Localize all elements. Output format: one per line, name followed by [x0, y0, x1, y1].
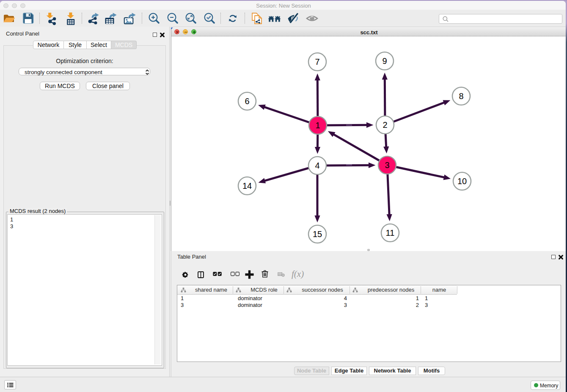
svg-text:4: 4	[315, 161, 319, 170]
svg-text:10: 10	[457, 177, 467, 186]
svg-text:2: 2	[383, 120, 387, 130]
svg-text:15: 15	[313, 229, 322, 239]
svg-text:7: 7	[315, 57, 319, 66]
svg-text:1: 1	[315, 121, 320, 130]
svg-text:9: 9	[382, 56, 387, 66]
svg-text:8: 8	[459, 91, 463, 101]
svg-text:6: 6	[245, 97, 249, 106]
svg-text:14: 14	[242, 181, 252, 190]
svg-text:11: 11	[386, 228, 395, 237]
svg-text:3: 3	[385, 160, 389, 170]
